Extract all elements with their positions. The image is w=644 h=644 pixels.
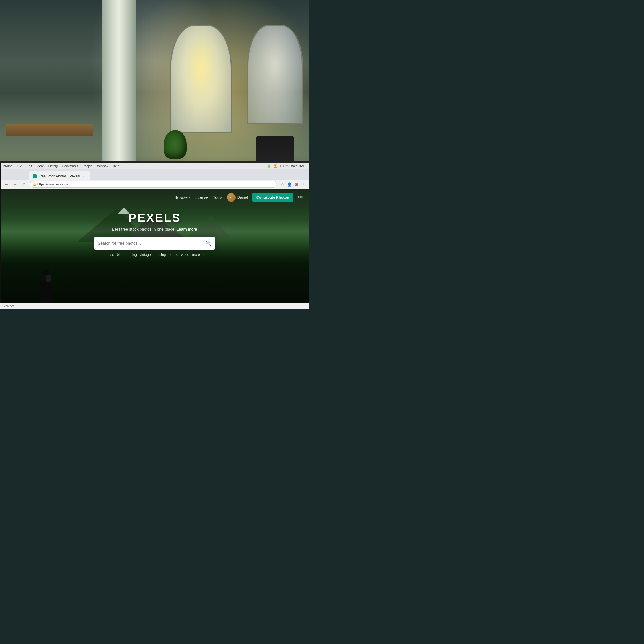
secure-lock-icon: 🔒 xyxy=(33,183,36,186)
license-nav-link[interactable]: License xyxy=(195,195,208,200)
office-window-1 xyxy=(170,25,232,133)
menu-bar-left: hrome File Edit View History Bookmarks P… xyxy=(3,164,120,168)
search-tag-training[interactable]: training xyxy=(126,253,137,257)
browser-tab-active[interactable]: Free Stock Photos · Pexels × xyxy=(29,171,90,180)
office-plant xyxy=(164,130,187,159)
person-silhouette xyxy=(37,269,55,303)
search-tag-vintage[interactable]: vintage xyxy=(140,253,151,257)
menu-file[interactable]: File xyxy=(16,164,23,168)
contribute-photos-button[interactable]: Contribute Photos xyxy=(252,193,293,202)
person-backpack xyxy=(46,275,51,282)
search-submit-button[interactable]: 🔍 xyxy=(206,240,211,246)
battery-percent: 100 % xyxy=(280,164,289,168)
more-options-icon[interactable]: ⋮ xyxy=(300,181,306,187)
pexels-hero-subtitle: Best free stock photos in one place. Lea… xyxy=(112,227,197,232)
search-input[interactable] xyxy=(98,241,206,246)
monitor-bezel: hrome File Edit View History Bookmarks P… xyxy=(0,161,309,309)
reload-button[interactable]: ↻ xyxy=(20,181,27,188)
toolbar-extension-icons: ☆ 👤 ⊞ ⋮ xyxy=(279,181,306,187)
pexels-search-bar[interactable]: 🔍 xyxy=(94,237,215,250)
user-display-name[interactable]: Daniel xyxy=(237,195,248,199)
battery-indicator: 🔋 xyxy=(267,164,271,168)
search-tags-more[interactable]: more → xyxy=(192,253,204,257)
pexels-website: Browse License Tools D Daniel xyxy=(1,189,309,309)
profile-icon[interactable]: 👤 xyxy=(286,181,293,187)
menu-window[interactable]: Window xyxy=(96,164,109,168)
menu-history[interactable]: History xyxy=(48,164,58,168)
url-text: https://www.pexels.com xyxy=(37,183,70,186)
browser-toolbar: ← → ↻ 🔒 https://www.pexels.com ☆ 👤 ⊞ ⋮ xyxy=(1,180,309,189)
clock: Wed 16:15 xyxy=(291,164,306,168)
user-menu[interactable]: D Daniel xyxy=(227,193,248,202)
search-tag-house[interactable]: house xyxy=(105,253,114,257)
pexels-hero-content: PEXELS Best free stock photos in one pla… xyxy=(1,205,309,262)
bottom-status-bar: Searches xyxy=(0,303,309,309)
pexels-navbar: Browse License Tools D Daniel xyxy=(1,189,309,206)
pexels-hero-title: PEXELS xyxy=(128,211,181,225)
tab-title: Free Stock Photos · Pexels xyxy=(38,174,80,178)
tools-nav-link[interactable]: Tools xyxy=(213,195,222,200)
wifi-indicator: 📶 xyxy=(274,164,278,168)
monitor-screen: hrome File Edit View History Bookmarks P… xyxy=(1,163,309,309)
office-window-2 xyxy=(247,25,303,124)
browser-tab-bar: Free Stock Photos · Pexels × xyxy=(1,169,309,180)
forward-button[interactable]: → xyxy=(11,181,19,188)
menu-bar-right: 🔋 📶 100 % Wed 16:15 xyxy=(267,164,306,168)
menu-bookmarks[interactable]: Bookmarks xyxy=(62,164,79,168)
tab-favicon xyxy=(33,174,37,178)
back-button[interactable]: ← xyxy=(3,181,10,188)
macos-menu-bar: hrome File Edit View History Bookmarks P… xyxy=(1,163,309,169)
bookmark-star-icon[interactable]: ☆ xyxy=(279,181,286,187)
menu-edit[interactable]: Edit xyxy=(26,164,33,168)
search-tag-meeting[interactable]: meeting xyxy=(154,253,166,257)
menu-people[interactable]: People xyxy=(82,164,93,168)
bottom-bar-text: Searches xyxy=(2,305,14,308)
menu-help[interactable]: Help xyxy=(112,164,120,168)
search-tag-blur[interactable]: blur xyxy=(117,253,123,257)
search-tag-phone[interactable]: phone xyxy=(169,253,178,257)
person-head xyxy=(43,269,49,275)
search-tags: house blur training vintage meeting phon… xyxy=(105,253,204,257)
monitor-area: hrome File Edit View History Bookmarks P… xyxy=(0,161,309,309)
address-bar[interactable]: 🔒 https://www.pexels.com xyxy=(30,181,277,188)
search-tag-wood[interactable]: wood xyxy=(181,253,189,257)
nav-more-icon[interactable]: ••• xyxy=(297,194,303,200)
office-desk xyxy=(6,124,93,136)
pexels-nav-right: Browse License Tools D Daniel xyxy=(174,193,303,202)
user-avatar: D xyxy=(227,193,236,202)
tab-close-button[interactable]: × xyxy=(82,174,86,178)
avatar-label: D xyxy=(230,196,232,199)
menu-app-name[interactable]: hrome xyxy=(3,164,13,168)
menu-view[interactable]: View xyxy=(36,164,44,168)
extensions-icon[interactable]: ⊞ xyxy=(293,181,299,187)
learn-more-link[interactable]: Learn more xyxy=(177,227,197,232)
browse-nav-link[interactable]: Browse xyxy=(174,195,190,200)
person-body xyxy=(40,280,52,303)
